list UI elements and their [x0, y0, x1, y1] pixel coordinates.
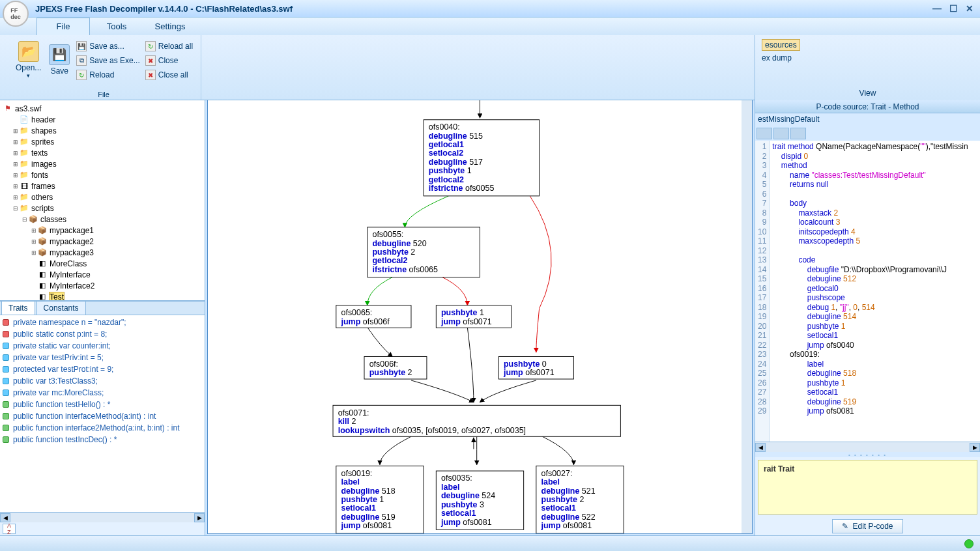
svg-text:jump ofs0081: jump ofs0081 — [541, 521, 592, 530]
trait-row[interactable]: public function testHello() : * — [3, 399, 202, 410]
traits-hscroll[interactable]: ◀ ▶ — [0, 512, 205, 522]
close-window-button[interactable]: ✕ — [966, 3, 973, 14]
pcode-scroll-left[interactable]: ◀ — [755, 443, 766, 452]
status-ok-icon — [964, 539, 973, 548]
reload-button[interactable]: ↻Reload — [74, 68, 142, 82]
trait-row[interactable]: public function interfaceMethod(a:int) :… — [3, 410, 202, 422]
svg-text:debugline 517: debugline 517 — [429, 158, 483, 167]
tab-traits[interactable]: Traits — [1, 301, 35, 315]
trait-row[interactable]: public function testIncDec() : * — [3, 434, 202, 445]
tree-item[interactable]: ⊞📁fonts — [1, 169, 203, 180]
reload-icon: ↻ — [76, 70, 87, 80]
tree-item[interactable]: ⊞📁images — [1, 158, 203, 169]
svg-text:ofs0071:: ofs0071: — [338, 408, 369, 417]
maximize-button[interactable]: ☐ — [949, 3, 958, 14]
left-pane: ⚑as3.swf📄header⊞📁shapes⊞📁sprites⊞📁texts⊞… — [0, 100, 205, 535]
tree-item[interactable]: ◧MyInterface — [1, 269, 203, 280]
svg-text:debugline 520: debugline 520 — [372, 239, 426, 248]
tree-item[interactable]: ⊞📦mypackage3 — [1, 247, 203, 258]
minimize-button[interactable]: — — [932, 3, 942, 14]
pcode-scroll-right[interactable]: ▶ — [970, 443, 980, 452]
tab-hexdump[interactable]: ex dump — [762, 53, 792, 63]
svg-text:pushbyte 1: pushbyte 1 — [341, 495, 384, 504]
menu-settings[interactable]: Settings — [143, 18, 197, 35]
tree-item[interactable]: ◧Test — [1, 291, 203, 301]
tree-item[interactable]: ⊞📁others — [1, 191, 203, 203]
svg-text:debugline 519: debugline 519 — [341, 513, 395, 522]
close-all-button[interactable]: ✖Close all — [143, 68, 195, 82]
svg-text:jump ofs006f: jump ofs006f — [340, 317, 390, 326]
pcode-tool-1[interactable] — [757, 128, 772, 139]
pcode-tool-2[interactable] — [773, 128, 789, 139]
svg-text:jump ofs0071: jump ofs0071 — [440, 317, 492, 326]
trait-row[interactable]: public function interface2Method(a:int, … — [3, 422, 202, 434]
trait-row[interactable]: private var mc:MoreClass; — [3, 387, 202, 399]
tree-item[interactable]: ⊞📁sprites — [1, 136, 203, 147]
tree-item[interactable]: ⊟📦classes — [1, 214, 203, 225]
open-button[interactable]: 📂 Open... ▾ — [12, 38, 45, 82]
sort-az-button[interactable]: AZ — [3, 524, 16, 534]
svg-text:getlocal2: getlocal2 — [429, 175, 464, 184]
svg-text:ifstrictne ofs0055: ifstrictne ofs0055 — [429, 184, 495, 193]
scroll-right-button[interactable]: ▶ — [194, 513, 205, 522]
pcode-header: P-code source: Trait - Method — [755, 100, 980, 113]
close-button[interactable]: ✖Close — [143, 53, 195, 68]
trait-row[interactable]: private namespace n = "nazdar"; — [3, 317, 202, 328]
svg-text:pushbyte 1: pushbyte 1 — [441, 308, 484, 317]
traits-list[interactable]: private namespace n = "nazdar";public st… — [0, 315, 205, 513]
svg-text:ofs0035:: ofs0035: — [441, 473, 472, 483]
svg-text:debugline 521: debugline 521 — [541, 487, 596, 496]
tree-item[interactable]: ⊞📦mypackage1 — [1, 225, 203, 236]
sort-toolbar: AZ — [0, 522, 205, 535]
tree-item[interactable]: ⊞🎞frames — [1, 180, 203, 191]
graph-canvas[interactable]: debugline 514pushbyte 1setlocal1jump ofs… — [208, 100, 752, 533]
pcode-tab[interactable]: estMissingDefault — [755, 113, 980, 126]
code-content[interactable]: trait method QName(PackageNamespace(""),… — [770, 141, 970, 442]
svg-text:setlocal1: setlocal1 — [541, 503, 576, 513]
menu-file[interactable]: File — [36, 18, 90, 35]
splitter-handle[interactable]: • • • • • • • — [755, 452, 980, 457]
menu-tools[interactable]: Tools — [90, 18, 143, 35]
tree-item[interactable]: ◧MyInterface2 — [1, 280, 203, 291]
tree-item[interactable]: ⊞📦mypackage2 — [1, 236, 203, 247]
svg-text:ofs0065:: ofs0065: — [341, 308, 372, 317]
edit-pcode-button[interactable]: ✎ Edit P-code — [832, 519, 902, 533]
save-button[interactable]: 💾 Save — [45, 38, 74, 82]
trait-row[interactable]: public static const p:int = 8; — [3, 328, 202, 340]
trait-row[interactable]: public var t3:TestClass3; — [3, 375, 202, 387]
scroll-left-button[interactable]: ◀ — [0, 513, 10, 522]
tree-item[interactable]: ⊞📁texts — [1, 147, 203, 158]
tree-item[interactable]: ◧MoreClass — [1, 258, 203, 269]
tree-item[interactable]: ⊟📁scripts — [1, 203, 203, 214]
statusbar — [0, 535, 980, 551]
right-pane: P-code source: Trait - Method estMissing… — [755, 100, 980, 535]
svg-text:debugline 522: debugline 522 — [541, 513, 596, 522]
svg-text:label: label — [541, 477, 560, 487]
pcode-editor[interactable]: 1234567891011121314151617181920212223242… — [755, 141, 980, 442]
svg-text:debugline 515: debugline 515 — [429, 132, 483, 141]
tree-item[interactable]: ⊞📁shapes — [1, 125, 203, 136]
graph-vscroll[interactable] — [742, 100, 752, 533]
tab-constants[interactable]: Constants — [36, 301, 86, 315]
svg-text:debugline 524: debugline 524 — [441, 491, 495, 500]
svg-text:getlocal1: getlocal1 — [429, 140, 464, 149]
svg-text:jump ofs0081: jump ofs0081 — [340, 521, 392, 530]
window-title: JPEXS Free Flash Decompiler v.14.4.0 - C… — [35, 4, 293, 14]
right-ribbon-partial: esources ex dump View — [755, 35, 980, 100]
trait-row[interactable]: private var testPriv:int = 5; — [3, 352, 202, 363]
pcode-toolbar — [755, 126, 980, 141]
tree-view[interactable]: ⚑as3.swf📄header⊞📁shapes⊞📁sprites⊞📁texts⊞… — [0, 100, 205, 301]
close-file-icon: ✖ — [145, 55, 156, 66]
reload-all-button[interactable]: ↻Reload all — [143, 39, 195, 53]
tree-item[interactable]: 📄header — [1, 114, 203, 125]
tree-root[interactable]: ⚑as3.swf — [1, 103, 203, 114]
pcode-tool-3[interactable] — [790, 128, 806, 139]
save-as-button[interactable]: 💾Save as... — [74, 39, 142, 53]
trait-row[interactable]: protected var testProt:int = 9; — [3, 363, 202, 375]
tab-resources[interactable]: esources — [762, 39, 800, 51]
save-icon: 💾 — [49, 44, 70, 65]
svg-text:pushbyte 2: pushbyte 2 — [369, 368, 412, 377]
trait-row[interactable]: private static var counter:int; — [3, 340, 202, 352]
pcode-hscroll[interactable]: ◀▶ — [755, 442, 980, 452]
save-as-exe-button[interactable]: ⧉Save as Exe... — [74, 53, 142, 68]
